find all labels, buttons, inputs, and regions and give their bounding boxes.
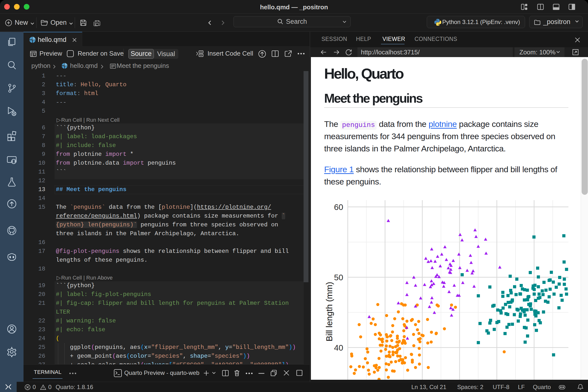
svg-text:Bill length (mm): Bill length (mm) bbox=[324, 282, 334, 341]
svg-text:60: 60 bbox=[334, 202, 343, 212]
svg-text:50: 50 bbox=[334, 273, 343, 282]
svg-text:40: 40 bbox=[334, 343, 343, 352]
